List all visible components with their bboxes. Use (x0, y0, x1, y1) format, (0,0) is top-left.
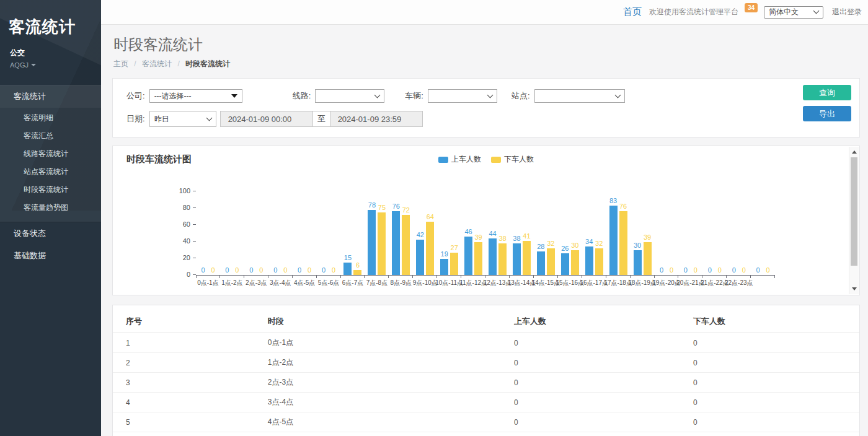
legend-label: 下车人数 (504, 154, 534, 165)
breadcrumb-home[interactable]: 主页 (113, 59, 128, 68)
bar-group-13点-14点: 384113点-14点 (510, 192, 534, 275)
bar-上车人数 (416, 240, 424, 275)
date-label: 日期: (126, 113, 145, 124)
table-cell: 0 (501, 373, 680, 393)
x-axis-label: 9点-10点 (413, 279, 438, 287)
x-axis-label: 0点-1点 (197, 279, 218, 287)
line-select[interactable] (315, 89, 384, 103)
bar-上车人数 (609, 206, 618, 275)
triangle-down-icon (231, 94, 237, 98)
legend-item-下车人数[interactable]: 下车人数 (491, 154, 534, 165)
scroll-up-icon[interactable] (852, 150, 857, 154)
bar-group-1点-2点: 001点-2点 (220, 192, 244, 275)
table-row: 21点-2点00 (113, 353, 859, 373)
bar-value-label: 30 (571, 242, 578, 249)
vehicle-select[interactable] (428, 89, 497, 103)
table-cell: 5 (113, 412, 255, 432)
date-from-input[interactable]: 2024-01-09 00:00 (220, 111, 313, 127)
bar-value-label: 32 (547, 240, 554, 247)
bar-value-label: 0 (718, 266, 722, 274)
bar-value-label: 0 (283, 266, 287, 274)
bar-column: 0 (764, 192, 772, 275)
bar-column: 6 (353, 192, 361, 275)
bar-column: 0 (657, 192, 665, 275)
breadcrumb: 主页 / 客流统计 / 时段客流统计 (113, 59, 860, 69)
legend-item-上车人数[interactable]: 上车人数 (438, 154, 481, 165)
y-axis-tick-label: 20 (183, 255, 190, 261)
bar-group-23点-24点: 00 (751, 192, 775, 275)
bar-value-label: 64 (427, 213, 434, 220)
sidebar-subitem-站点客流统计[interactable]: 站点客流统计 (0, 163, 101, 181)
chevron-down-icon (487, 92, 493, 98)
bar-column: 41 (523, 192, 531, 275)
filter-row-2: 日期: 昨日 2024-01-09 00:00 至 2024-01-09 23:… (126, 111, 847, 127)
x-axis-label: 4点-5点 (294, 279, 315, 287)
bar-column: 15 (343, 192, 352, 275)
company-select[interactable]: ---请选择--- (149, 89, 242, 103)
sidebar-section-2: 基础数据 (0, 245, 101, 267)
bar-value-label: 83 (609, 197, 617, 204)
bar-group-16点-17点: 343216点-17点 (582, 192, 606, 275)
bar-column: 32 (547, 192, 555, 275)
y-axis-tick-label: 100 (179, 188, 190, 194)
sidebar-item-设备状态[interactable]: 设备状态 (0, 222, 101, 245)
language-select[interactable]: 简体中文 (764, 6, 823, 19)
bar-column: 72 (402, 192, 410, 275)
bar-上车人数 (513, 243, 521, 275)
sidebar-item-客流统计[interactable]: 客流统计 (0, 85, 101, 108)
sidebar-subitem-客流明细[interactable]: 客流明细 (0, 109, 101, 127)
station-select[interactable] (534, 89, 625, 103)
bar-column: 46 (464, 192, 472, 275)
language-selected-value: 简体中文 (769, 7, 799, 17)
date-preset-select[interactable]: 昨日 (149, 111, 216, 127)
bar-column: 0 (730, 192, 738, 275)
table-cell: 0 (680, 333, 859, 353)
bar-group-19点-20点: 0019点-20点 (655, 192, 679, 275)
sidebar-subitem-客流量趋势图[interactable]: 客流量趋势图 (0, 199, 101, 217)
sidebar-subitem-客流汇总[interactable]: 客流汇总 (0, 127, 101, 145)
bar-column: 0 (681, 192, 689, 275)
chart-plot: 020406080100000点-1点001点-2点002点-3点003点-4点… (196, 192, 775, 276)
query-button[interactable]: 查询 (803, 85, 851, 100)
sidebar-subitem-时段客流统计[interactable]: 时段客流统计 (0, 181, 101, 199)
scrollbar-thumb[interactable] (851, 157, 857, 266)
action-buttons: 查询 导出 (803, 85, 851, 121)
bar-下车人数 (353, 270, 361, 275)
bar-下车人数 (426, 222, 434, 275)
sidebar-item-基础数据[interactable]: 基础数据 (0, 245, 101, 267)
breadcrumb-section[interactable]: 客流统计 (142, 59, 172, 68)
export-button[interactable]: 导出 (803, 106, 851, 121)
bar-下车人数 (402, 215, 410, 275)
bar-group-5点-6点: 005点-6点 (317, 192, 341, 275)
bar-value-label: 41 (523, 232, 530, 240)
y-axis-tick-label: 0 (187, 271, 190, 278)
bar-value-label: 0 (332, 266, 335, 274)
table-column-header: 上车人数 (501, 311, 680, 333)
bar-column: 0 (706, 192, 714, 275)
table-cell: 3点-4点 (255, 393, 501, 412)
bar-column: 83 (609, 192, 618, 275)
bar-value-label: 0 (322, 266, 326, 274)
bar-column: 0 (691, 192, 699, 275)
date-to-input[interactable]: 2024-01-09 23:59 (330, 111, 423, 127)
home-link[interactable]: 首页 (623, 6, 642, 18)
bar-column: 39 (474, 192, 482, 275)
x-axis-label: 1点-2点 (221, 279, 242, 287)
bar-上车人数 (368, 210, 376, 275)
bar-column: 27 (450, 192, 458, 275)
bar-value-label: 0 (670, 266, 673, 274)
table-cell: 0 (501, 432, 680, 436)
table-cell: 4点-5点 (255, 412, 501, 432)
logout-link[interactable]: 退出登录 (832, 7, 862, 17)
table-cell: 3 (113, 373, 255, 393)
bar-value-label: 0 (201, 266, 205, 274)
scroll-down-icon[interactable] (852, 287, 857, 290)
user-dropdown[interactable]: AQGJ (0, 58, 101, 69)
sidebar-subitem-线路客流统计[interactable]: 线路客流统计 (0, 145, 101, 163)
chart-vertical-scrollbar[interactable] (849, 147, 859, 294)
station-label: 站点: (512, 90, 530, 102)
bar-column: 34 (585, 192, 593, 275)
sidebar-menu: 客流统计客流明细客流汇总线路客流统计站点客流统计时段客流统计客流量趋势图设备状态… (0, 85, 101, 267)
bar-group-4点-5点: 004点-5点 (293, 192, 317, 275)
bar-group-6点-7点: 1566点-7点 (341, 192, 365, 275)
